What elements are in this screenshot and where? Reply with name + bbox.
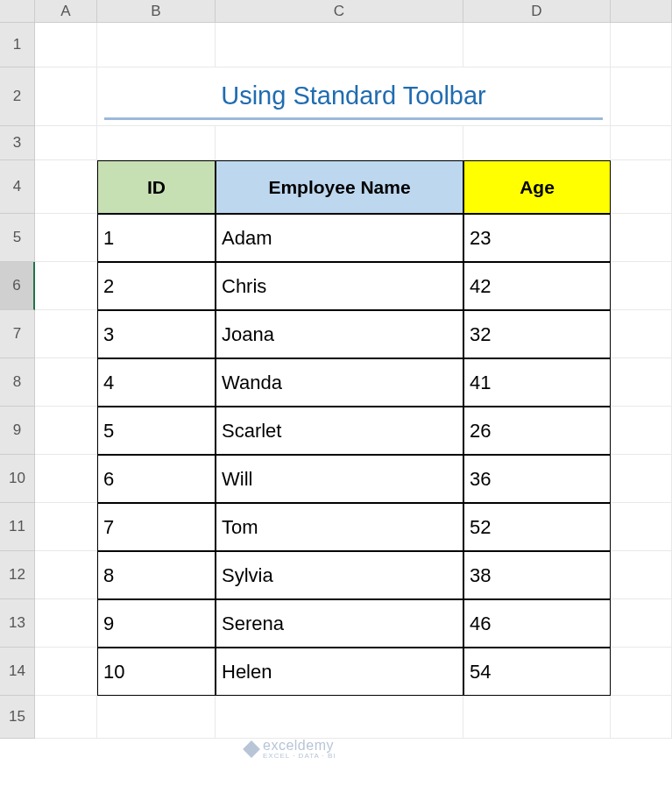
cell-A2[interactable] — [35, 67, 97, 126]
table-cell-age[interactable]: 54 — [463, 648, 611, 696]
table-cell-id[interactable]: 3 — [97, 310, 216, 358]
table-cell-name[interactable]: Chris — [216, 262, 463, 310]
row-header-13[interactable]: 13 — [0, 599, 35, 648]
cell-E1[interactable] — [611, 23, 672, 67]
table-cell-name[interactable]: Serena — [216, 599, 463, 648]
table-cell-age[interactable]: 41 — [463, 358, 611, 407]
table-cell-id[interactable]: 2 — [97, 262, 216, 310]
cell-A10[interactable] — [35, 455, 97, 503]
row-header-3[interactable]: 3 — [0, 126, 35, 160]
row-header-7[interactable]: 7 — [0, 310, 35, 358]
row-header-11[interactable]: 11 — [0, 503, 35, 551]
table-cell-id[interactable]: 5 — [97, 407, 216, 455]
cell-D1[interactable] — [463, 23, 611, 67]
cell-A15[interactable] — [35, 696, 97, 739]
cell-E5[interactable] — [611, 214, 672, 262]
table-cell-name[interactable]: Tom — [216, 503, 463, 551]
page-title: Using Standard Toolbar — [104, 81, 603, 120]
row-header-4[interactable]: 4 — [0, 160, 35, 214]
title-merged-cell[interactable]: Using Standard Toolbar — [97, 67, 611, 126]
table-cell-name[interactable]: Joana — [216, 310, 463, 358]
table-cell-id[interactable]: 1 — [97, 214, 216, 262]
table-cell-id[interactable]: 8 — [97, 551, 216, 599]
cell-E7[interactable] — [611, 310, 672, 358]
cell-C1[interactable] — [216, 23, 463, 67]
col-header-A[interactable]: A — [35, 0, 97, 23]
table-header-name[interactable]: Employee Name — [216, 160, 463, 214]
table-cell-age[interactable]: 38 — [463, 551, 611, 599]
watermark-main: exceldemy — [263, 738, 334, 753]
cell-E15[interactable] — [611, 696, 672, 739]
row-header-10[interactable]: 10 — [0, 455, 35, 503]
col-header-B[interactable]: B — [97, 0, 216, 23]
cell-A9[interactable] — [35, 407, 97, 455]
cell-A1[interactable] — [35, 23, 97, 67]
row-header-15[interactable]: 15 — [0, 696, 35, 739]
cell-D3[interactable] — [463, 126, 611, 160]
cell-E3[interactable] — [611, 126, 672, 160]
table-cell-age[interactable]: 52 — [463, 503, 611, 551]
table-header-age[interactable]: Age — [463, 160, 611, 214]
table-cell-name[interactable]: Helen — [216, 648, 463, 696]
table-cell-name[interactable]: Wanda — [216, 358, 463, 407]
cell-A13[interactable] — [35, 599, 97, 648]
row-header-2[interactable]: 2 — [0, 67, 35, 126]
cell-E4[interactable] — [611, 160, 672, 214]
col-header-D[interactable]: D — [463, 0, 611, 23]
cell-A4[interactable] — [35, 160, 97, 214]
table-cell-id[interactable]: 4 — [97, 358, 216, 407]
row-header-8[interactable]: 8 — [0, 358, 35, 407]
cell-E8[interactable] — [611, 358, 672, 407]
cell-B3[interactable] — [97, 126, 216, 160]
cell-E12[interactable] — [611, 551, 672, 599]
cell-E10[interactable] — [611, 455, 672, 503]
cell-A7[interactable] — [35, 310, 97, 358]
cell-E11[interactable] — [611, 503, 672, 551]
cell-E2[interactable] — [611, 67, 672, 126]
cell-A6[interactable] — [35, 262, 97, 310]
col-header-extra[interactable] — [611, 0, 672, 23]
table-cell-age[interactable]: 32 — [463, 310, 611, 358]
row-header-6[interactable]: 6 — [0, 262, 35, 310]
table-cell-name[interactable]: Sylvia — [216, 551, 463, 599]
table-cell-age[interactable]: 42 — [463, 262, 611, 310]
cell-E9[interactable] — [611, 407, 672, 455]
select-all-corner[interactable] — [0, 0, 35, 23]
row-header-5[interactable]: 5 — [0, 214, 35, 262]
cell-E14[interactable] — [611, 648, 672, 696]
table-cell-age[interactable]: 23 — [463, 214, 611, 262]
row-header-1[interactable]: 1 — [0, 23, 35, 67]
table-cell-name[interactable]: Adam — [216, 214, 463, 262]
cell-A5[interactable] — [35, 214, 97, 262]
cell-E13[interactable] — [611, 599, 672, 648]
cell-C3[interactable] — [216, 126, 463, 160]
cell-E6[interactable] — [611, 262, 672, 310]
cell-A14[interactable] — [35, 648, 97, 696]
col-header-C[interactable]: C — [216, 0, 463, 23]
cell-A3[interactable] — [35, 126, 97, 160]
row-header-9[interactable]: 9 — [0, 407, 35, 455]
table-header-id[interactable]: ID — [97, 160, 216, 214]
cell-B1[interactable] — [97, 23, 216, 67]
watermark-sub: EXCEL · DATA · BI — [263, 752, 336, 760]
cell-A12[interactable] — [35, 551, 97, 599]
cell-A8[interactable] — [35, 358, 97, 407]
table-cell-id[interactable]: 6 — [97, 455, 216, 503]
table-cell-age[interactable]: 36 — [463, 455, 611, 503]
table-cell-id[interactable]: 9 — [97, 599, 216, 648]
table-cell-id[interactable]: 7 — [97, 503, 216, 551]
table-cell-age[interactable]: 46 — [463, 599, 611, 648]
table-cell-name[interactable]: Will — [216, 455, 463, 503]
table-cell-id[interactable]: 10 — [97, 648, 216, 696]
table-cell-name[interactable]: Scarlet — [216, 407, 463, 455]
cell-A11[interactable] — [35, 503, 97, 551]
cell-D15[interactable] — [463, 696, 611, 739]
watermark-logo-icon — [243, 740, 260, 758]
watermark: exceldemy EXCEL · DATA · BI — [245, 738, 336, 760]
row-header-12[interactable]: 12 — [0, 551, 35, 599]
cell-C15[interactable] — [216, 696, 463, 739]
row-header-14[interactable]: 14 — [0, 648, 35, 696]
spreadsheet-grid: A B C D 1 2 Using Standard Toolbar 3 4 I… — [0, 0, 672, 739]
cell-B15[interactable] — [97, 696, 216, 739]
table-cell-age[interactable]: 26 — [463, 407, 611, 455]
